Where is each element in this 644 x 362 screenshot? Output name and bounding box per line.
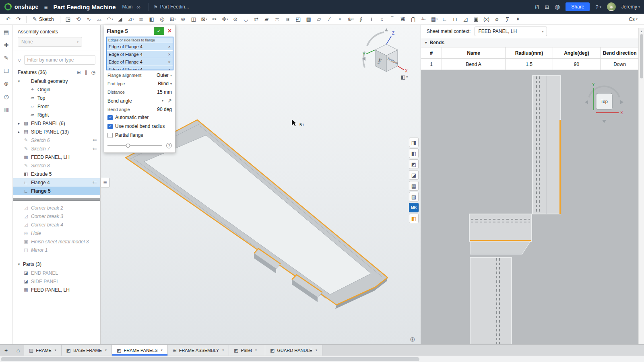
chevron-down-icon[interactable]: ▾ xyxy=(316,348,317,352)
selection-row[interactable]: Edge of Flange 4 × xyxy=(107,50,173,58)
toolbar-icon[interactable]: ◧ xyxy=(147,15,157,24)
checkbox[interactable] xyxy=(107,124,113,129)
chevron-down-icon[interactable]: ▾ xyxy=(255,348,257,352)
toolbar-icon[interactable]: ≍ xyxy=(272,15,283,24)
link-icon[interactable]: ∞ xyxy=(137,4,140,10)
tab-manager-home-icon[interactable]: ⌂ xyxy=(12,345,24,356)
toolbar-icon[interactable]: ◰ xyxy=(293,15,303,24)
new-tab-button[interactable]: + xyxy=(0,345,12,356)
viewport-tool-button[interactable]: MK xyxy=(409,203,419,212)
assembly-context-dropdown[interactable]: None ▾ xyxy=(18,37,82,47)
help-icon[interactable]: ? xyxy=(166,143,172,148)
vertical-scrollbar[interactable]: ▴ xyxy=(638,28,644,344)
toolbar-icon[interactable]: ⊚ xyxy=(178,15,188,24)
viewport-tool-button[interactable]: ◧ xyxy=(409,148,419,158)
toolbar-icon[interactable]: ⌘ xyxy=(398,15,408,24)
toolbar-icon[interactable]: ▣ xyxy=(471,15,481,24)
feature-slider[interactable] xyxy=(107,145,162,146)
checkbox-row[interactable]: Partial flange xyxy=(104,131,175,140)
feature-tree-item[interactable]: ◎ Hole xyxy=(13,229,100,237)
end-type-dropdown[interactable]: Blind ▾ xyxy=(158,81,172,86)
checkbox[interactable] xyxy=(107,115,113,120)
view-options-button[interactable]: ◧ ▾ xyxy=(400,74,408,80)
onshape-logo[interactable]: onshape xyxy=(4,3,39,11)
element-tab[interactable]: ◩ Pallet ▾ xyxy=(229,345,265,356)
toolbar-icon[interactable]: ⊕ ▾ xyxy=(346,15,356,24)
rotate-up-arrow[interactable] xyxy=(385,28,388,31)
collapse-caret-icon[interactable]: ▾ xyxy=(425,41,427,45)
toolbar-icon[interactable]: ⊿ ▾ xyxy=(126,15,136,24)
toolbar-icon[interactable]: ⌒ xyxy=(388,15,398,24)
tree-caret-icon[interactable]: ▸ xyxy=(17,121,21,125)
opposite-direction-button[interactable]: ↗ xyxy=(167,98,172,104)
element-tab[interactable]: ◩ FRAME PANELS ▾ xyxy=(112,345,168,356)
element-tab[interactable]: ⊞ FRAME ASSEMBLY ▾ xyxy=(168,345,229,356)
toolbar-icon[interactable]: ⊠ ▾ xyxy=(199,15,209,24)
toolbar-icon[interactable]: ◎ xyxy=(157,15,167,24)
help-menu[interactable]: ? ▾ xyxy=(595,4,601,10)
left-strip-icon[interactable]: ✚ xyxy=(4,42,9,48)
feature-tree-item[interactable]: ∟ Flange 4 ⇐ xyxy=(13,178,100,187)
feature-tree-item[interactable]: ◿ Corner break 2 xyxy=(13,204,100,212)
filter-icon[interactable]: ▽ xyxy=(18,58,21,63)
chevron-down-icon[interactable]: ▾ xyxy=(55,348,56,352)
feature-tree-item[interactable]: ✎ Sketch 6 ⇐ xyxy=(13,136,100,144)
viewport-tool-button[interactable]: ◪ xyxy=(409,170,419,180)
viewport-tool-button[interactable]: ◨ xyxy=(409,138,419,147)
viewport-tool-button[interactable]: ▦ xyxy=(409,181,419,191)
toolbar-icon[interactable]: ◡ xyxy=(241,15,251,24)
chevron-down-icon[interactable]: ▾ xyxy=(222,348,224,352)
viewport-tool-button[interactable]: ▨ xyxy=(409,192,419,202)
toolbar-icon[interactable]: ∿ xyxy=(84,15,94,24)
toolbar-icon[interactable]: ⊞ ▾ xyxy=(168,15,178,24)
toolbar-icon[interactable]: (x) xyxy=(482,15,492,24)
redo-button[interactable]: ↷ xyxy=(14,15,23,24)
chevron-down-icon[interactable]: ▾ xyxy=(105,348,107,352)
feature-tree-item[interactable]: ▱ Top xyxy=(13,94,100,102)
toolbar-icon[interactable]: ◳ xyxy=(63,15,73,24)
history-icon[interactable]: ◷ xyxy=(91,70,95,75)
column-header[interactable]: Radius(mm) xyxy=(506,47,553,58)
flange-alignment-dropdown[interactable]: Outer ▾ xyxy=(157,72,172,78)
feature-tree-item[interactable]: ◿ Corner break 4 xyxy=(13,220,100,229)
edge-selection-list[interactable]: Edges or side faces to flange Edge of Fl… xyxy=(106,37,173,70)
feature-tree-item[interactable]: ◧ Extrude 5 xyxy=(13,170,100,178)
learning-center-icon[interactable]: ◍ xyxy=(555,3,560,10)
toolbar-icon[interactable]: ∕ xyxy=(325,15,335,24)
feature-tree-item[interactable]: ◿ Corner break 3 xyxy=(13,212,100,220)
toolbar-icon[interactable]: ⌀ xyxy=(492,15,502,24)
app-store-icon[interactable]: ⊞ xyxy=(545,4,549,10)
left-strip-icon[interactable]: ❏ xyxy=(4,68,9,74)
toolbar-icon[interactable]: ▦ ▾ xyxy=(429,15,440,24)
document-tab[interactable]: ⚑ Part Feedin... xyxy=(149,3,189,11)
toolbar-icon[interactable]: ⊘ xyxy=(231,15,241,24)
feature-tree-item[interactable]: ✎ Sketch 8 xyxy=(13,161,100,170)
workspace-label[interactable]: Main xyxy=(122,4,132,10)
checkbox-row[interactable]: Automatic miter xyxy=(104,113,175,122)
column-header[interactable]: Angle(deg) xyxy=(553,47,601,58)
bends-section-header[interactable]: ▾ Bends xyxy=(421,38,639,47)
orientation-face-label[interactable]: Top xyxy=(601,99,608,104)
toolbar-icon[interactable]: ▰ xyxy=(262,15,272,24)
toolbar-icon[interactable]: ◫ xyxy=(189,15,199,24)
toolbar-icon[interactable]: ◠ ▾ xyxy=(105,15,115,24)
avatar[interactable] xyxy=(607,2,616,11)
scrollbar-thumb[interactable] xyxy=(640,34,643,78)
filter-input[interactable] xyxy=(24,55,95,65)
undo-button[interactable]: ↶ xyxy=(3,15,13,24)
feature-tree-item[interactable]: ▱ Front xyxy=(13,102,100,111)
toolbar-icon[interactable]: ✦ xyxy=(513,15,523,24)
bend-angle-input[interactable]: 90 deg xyxy=(157,107,172,112)
toolbar-icon[interactable]: ⌅ xyxy=(377,15,387,24)
feature-tree-item[interactable]: ▸ ▤ SIDE PANEL (13) xyxy=(13,128,100,136)
feature-tree-item[interactable]: ▾ Default geometry xyxy=(13,77,100,85)
toolbar-icon[interactable]: ✜ ▾ xyxy=(220,15,230,24)
rotate-right-arrow[interactable] xyxy=(620,100,623,104)
feature-tree-item[interactable]: ∟ Flange 5 xyxy=(13,187,100,195)
feature-tree-item[interactable]: ⌖ Origin xyxy=(13,85,100,94)
column-header[interactable]: Bend direction xyxy=(601,47,639,58)
toolbar-icon[interactable]: ⌖ xyxy=(335,15,345,24)
flat-pattern-canvas[interactable]: Top Y X xyxy=(421,70,639,344)
part-list-item[interactable]: ▦ FEED PANEL, LH xyxy=(13,286,100,294)
left-strip-icon[interactable]: ▥ xyxy=(4,106,9,113)
